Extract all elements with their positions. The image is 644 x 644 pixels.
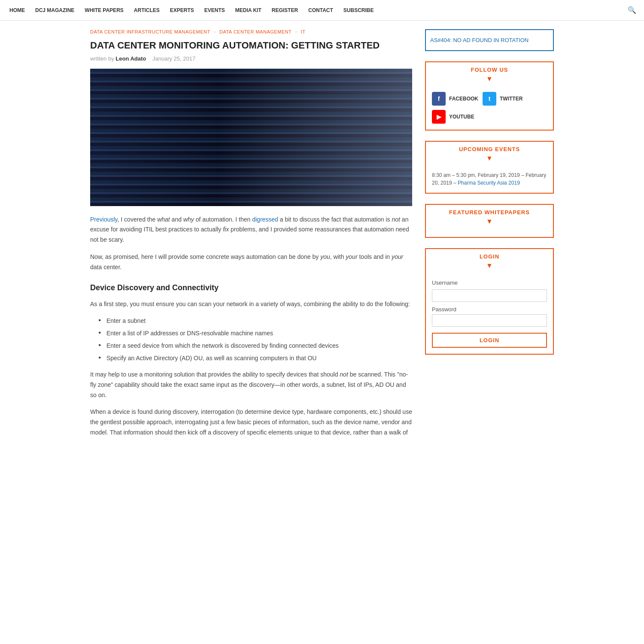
- breadcrumb-sep1: ◦: [214, 29, 217, 34]
- breadcrumb-sep2: ◦: [295, 29, 299, 34]
- twitter-button[interactable]: t TWITTER: [483, 92, 522, 106]
- username-label: Username: [432, 279, 547, 286]
- section1-heading: Device Discovery and Connectivity: [90, 281, 412, 295]
- main-content: DATA CENTER INFRASTRUCTURE MANAGEMENT ◦ …: [90, 29, 412, 445]
- password-input[interactable]: [432, 314, 547, 327]
- youtube-icon: ▶: [432, 110, 446, 124]
- breadcrumb: DATA CENTER INFRASTRUCTURE MANAGEMENT ◦ …: [90, 29, 412, 34]
- twitter-label: TWITTER: [500, 96, 522, 102]
- follow-us-body: f FACEBOOK t TWITTER ▶ YOUTUBE: [426, 82, 553, 130]
- list-item: Specify an Active Directory (AD) OU, as …: [99, 354, 412, 363]
- featured-whitepapers-chevron: ▼: [426, 218, 553, 225]
- ad-box: AS#404: NO AD FOUND IN ROTATION: [425, 29, 554, 51]
- featured-whitepapers-box: FEATURED WHITEPAPERS ▼: [425, 204, 554, 238]
- article-title: DATA CENTER MONITORING AUTOMATION: GETTI…: [90, 39, 412, 52]
- why-em: why: [183, 216, 194, 223]
- featured-whitepapers-body: [426, 225, 553, 237]
- list-item: Enter a seed device from which the netwo…: [99, 341, 412, 350]
- ad-text: AS#404: NO AD FOUND IN ROTATION: [430, 34, 549, 46]
- facebook-icon: f: [432, 92, 446, 106]
- digressed-link[interactable]: digressed: [252, 216, 278, 223]
- login-box: LOGIN ▼ Username Password LOGIN: [425, 248, 554, 355]
- youtube-button[interactable]: ▶ YOUTUBE: [432, 110, 474, 124]
- password-label: Password: [432, 306, 547, 313]
- nav-subscribe[interactable]: SUBSCRIBE: [338, 0, 379, 21]
- login-form: Username Password LOGIN: [432, 279, 547, 348]
- login-body: Username Password LOGIN: [426, 269, 553, 354]
- upcoming-events-body: 8:30 am – 5:30 pm, February 19, 2019 – F…: [426, 162, 553, 193]
- nav-register[interactable]: REGISTER: [267, 0, 303, 21]
- facebook-button[interactable]: f FACEBOOK: [432, 92, 478, 106]
- intro-paragraph-2: Now, as promised, here I will provide so…: [90, 252, 412, 273]
- article-hero-image: [90, 69, 412, 206]
- bullet-list: Enter a subnet Enter a list of IP addres…: [99, 316, 412, 363]
- nav-articles[interactable]: ARTICLES: [129, 0, 165, 21]
- upcoming-events-chevron: ▼: [426, 155, 553, 162]
- twitter-icon: t: [483, 92, 496, 106]
- what-em: what: [157, 216, 170, 223]
- social-grid: f FACEBOOK t TWITTER ▶ YOUTUBE: [432, 92, 547, 124]
- intro-paragraph-1: Previously, I covered the what and why o…: [90, 215, 412, 245]
- article-date: January 25, 2017: [152, 55, 195, 62]
- follow-us-box: FOLLOW US ▼ f FACEBOOK t TWITTER ▶ YOUTU…: [425, 61, 554, 131]
- nav-home[interactable]: HOME: [4, 0, 30, 21]
- discovery-paragraph: When a device is found during discovery,…: [90, 407, 412, 437]
- list-item: Enter a list of IP addresses or DNS-reso…: [99, 329, 412, 338]
- nav-white-papers[interactable]: WHITE PAPERS: [79, 0, 128, 21]
- event-link[interactable]: Pharma Security Asia 2019: [458, 180, 520, 186]
- nav-experts[interactable]: EXPERTS: [165, 0, 199, 21]
- section1-p1: As a first step, you must ensure you can…: [90, 299, 412, 310]
- article-meta: written by Leon Adato January 25, 2017: [90, 55, 412, 62]
- nav-dcj-magazine[interactable]: DCJ MAGAZINE: [30, 0, 79, 21]
- breadcrumb-dcim[interactable]: DATA CENTER INFRASTRUCTURE MANAGEMENT: [90, 29, 210, 34]
- nav-events[interactable]: EVENTS: [199, 0, 230, 21]
- fix-em: fix: [223, 226, 229, 233]
- written-by-label: written by: [90, 55, 114, 62]
- list-item: Enter a subnet: [99, 316, 412, 325]
- username-input[interactable]: [432, 289, 547, 302]
- previously-link[interactable]: Previously: [90, 216, 118, 223]
- login-chevron: ▼: [426, 262, 553, 269]
- event-time: 8:30 am – 5:30 pm, February 19, 2019 – F…: [432, 171, 547, 187]
- nav-contact[interactable]: CONTACT: [303, 0, 338, 21]
- facebook-label: FACEBOOK: [449, 96, 478, 102]
- sidebar: AS#404: NO AD FOUND IN ROTATION FOLLOW U…: [425, 29, 554, 445]
- nofly-paragraph: It may help to use a monitoring solution…: [90, 370, 412, 400]
- login-button[interactable]: LOGIN: [432, 333, 547, 348]
- youtube-label: YOUTUBE: [449, 114, 474, 120]
- article-body: Previously, I covered the what and why o…: [90, 215, 412, 438]
- breadcrumb-it[interactable]: IT: [301, 29, 306, 34]
- follow-us-chevron: ▼: [426, 76, 553, 82]
- search-icon[interactable]: 🔍: [624, 6, 640, 14]
- main-nav: HOME DCJ MAGAZINE WHITE PAPERS ARTICLES …: [0, 0, 644, 21]
- article-author: Leon Adato: [115, 55, 146, 62]
- nav-media-kit[interactable]: MEDIA KIT: [230, 0, 267, 21]
- breadcrumb-dcm[interactable]: DATA CENTER MANAGEMENT: [219, 29, 292, 34]
- not-em: not: [392, 216, 400, 223]
- upcoming-events-box: UPCOMING EVENTS ▼ 8:30 am – 5:30 pm, Feb…: [425, 141, 554, 194]
